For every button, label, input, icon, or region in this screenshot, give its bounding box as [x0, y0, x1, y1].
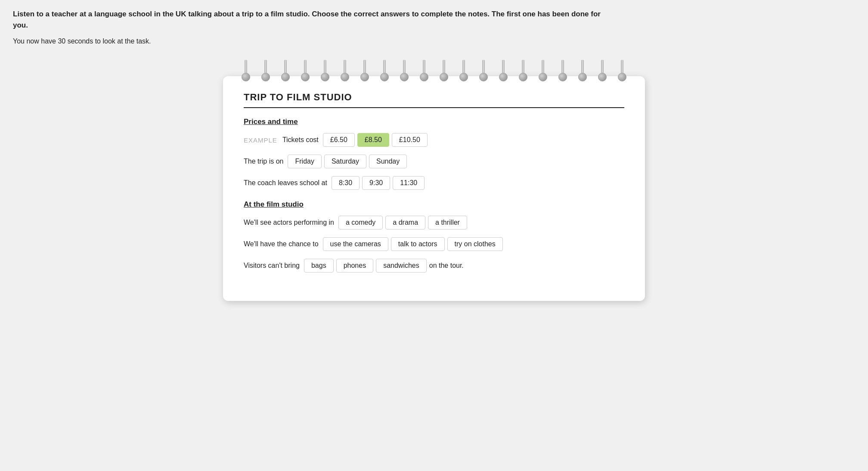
trip-day-label: The trip is on — [244, 158, 283, 165]
option-saturday[interactable]: Saturday — [324, 155, 366, 168]
spiral-circle — [242, 73, 250, 81]
option-cameras[interactable]: use the cameras — [323, 237, 388, 251]
look-text: You now have 30 seconds to look at the t… — [13, 37, 855, 45]
spiral-circle — [558, 73, 567, 81]
spiral-item — [360, 60, 369, 81]
actors-row: We'll see actors performing in a comedy … — [244, 216, 624, 229]
spiral-circle — [578, 73, 587, 81]
chance-row: We'll have the chance to use the cameras… — [244, 237, 624, 251]
spiral-circle — [618, 73, 626, 81]
visitors-row: Visitors can't bring bags phones sandwic… — [244, 259, 624, 273]
spiral-item — [242, 60, 250, 81]
option-650[interactable]: £6.50 — [323, 133, 355, 147]
spiral-circle — [341, 73, 349, 81]
option-1050[interactable]: £10.50 — [392, 133, 428, 147]
spiral-post — [344, 60, 346, 73]
chance-label: We'll have the chance to — [244, 240, 319, 248]
spiral-post — [502, 60, 505, 73]
spiral-item — [598, 60, 607, 81]
spiral-circle — [479, 73, 488, 81]
spiral-circle — [519, 73, 527, 81]
option-friday[interactable]: Friday — [288, 155, 321, 168]
spiral-circle — [598, 73, 607, 81]
spiral-item — [479, 60, 488, 81]
section2-heading: At the film studio — [244, 200, 624, 209]
spiral-circle — [400, 73, 409, 81]
spiral-post — [522, 60, 524, 73]
spiral-circle — [499, 73, 508, 81]
spiral-circle — [261, 73, 270, 81]
spiral-circle — [360, 73, 369, 81]
spiral-item — [459, 60, 468, 81]
spiral-post — [324, 60, 326, 73]
option-850[interactable]: £8.50 — [357, 133, 389, 147]
tickets-cost-label: Tickets cost — [282, 136, 319, 144]
spiral-post — [542, 60, 544, 73]
spiral-item — [499, 60, 508, 81]
spiral-item — [440, 60, 448, 81]
spiral-item — [578, 60, 587, 81]
spiral-item — [301, 60, 310, 81]
spiral-item — [539, 60, 547, 81]
spiral-post — [482, 60, 485, 73]
on-the-tour-label: on the tour. — [429, 262, 464, 270]
option-bags[interactable]: bags — [304, 259, 334, 273]
spiral-post — [423, 60, 425, 73]
option-930[interactable]: 9:30 — [362, 176, 390, 190]
example-row: EXAMPLE Tickets cost £6.50 £8.50 £10.50 — [244, 133, 624, 147]
option-try-clothes[interactable]: try on clothes — [447, 237, 503, 251]
option-sunday[interactable]: Sunday — [369, 155, 407, 168]
section1-heading: Prices and time — [244, 118, 624, 126]
spiral-item — [321, 60, 329, 81]
spiral-item — [519, 60, 527, 81]
spiral-item — [281, 60, 290, 81]
section2: At the film studio We'll see actors perf… — [244, 200, 624, 273]
spiral-circle — [321, 73, 329, 81]
actors-label: We'll see actors performing in — [244, 219, 334, 226]
trip-day-row: The trip is on Friday Saturday Sunday — [244, 155, 624, 168]
spiral-circle — [281, 73, 290, 81]
spiral-circle — [440, 73, 448, 81]
spiral-item — [558, 60, 567, 81]
option-sandwiches[interactable]: sandwiches — [376, 259, 427, 273]
notebook: TRIP TO FILM STUDIO Prices and time EXAM… — [223, 76, 645, 301]
spiral-item — [420, 60, 428, 81]
spiral-post — [561, 60, 564, 73]
option-830[interactable]: 8:30 — [332, 176, 360, 190]
option-talk-actors[interactable]: talk to actors — [391, 237, 445, 251]
spiral-bar — [223, 56, 645, 81]
spiral-item — [261, 60, 270, 81]
option-comedy[interactable]: a comedy — [338, 216, 383, 229]
spiral-item — [380, 60, 389, 81]
section1: Prices and time EXAMPLE Tickets cost £6.… — [244, 118, 624, 190]
spiral-post — [363, 60, 366, 73]
spiral-post — [601, 60, 604, 73]
spiral-circle — [420, 73, 428, 81]
spiral-post — [245, 60, 247, 73]
option-thriller[interactable]: a thriller — [428, 216, 467, 229]
visitors-label: Visitors can't bring — [244, 262, 300, 270]
spiral-item — [341, 60, 349, 81]
spiral-post — [462, 60, 465, 73]
spiral-post — [383, 60, 386, 73]
spiral-post — [304, 60, 307, 73]
spiral-circle — [380, 73, 389, 81]
spiral-post — [403, 60, 406, 73]
spiral-item — [400, 60, 409, 81]
coach-row: The coach leaves school at 8:30 9:30 11:… — [244, 176, 624, 190]
spiral-post — [284, 60, 287, 73]
option-phones[interactable]: phones — [336, 259, 374, 273]
spiral-item — [618, 60, 626, 81]
spiral-circle — [301, 73, 310, 81]
spiral-circle — [459, 73, 468, 81]
spiral-post — [581, 60, 584, 73]
example-label: EXAMPLE — [244, 136, 277, 144]
option-1130[interactable]: 11:30 — [393, 176, 425, 190]
instructions-text: Listen to a teacher at a language school… — [13, 9, 616, 31]
instructions-bold: Listen to a teacher at a language school… — [13, 10, 601, 29]
notebook-title: TRIP TO FILM STUDIO — [244, 92, 624, 108]
coach-label: The coach leaves school at — [244, 179, 327, 187]
option-drama[interactable]: a drama — [385, 216, 425, 229]
spiral-post — [621, 60, 623, 73]
spiral-post — [443, 60, 445, 73]
